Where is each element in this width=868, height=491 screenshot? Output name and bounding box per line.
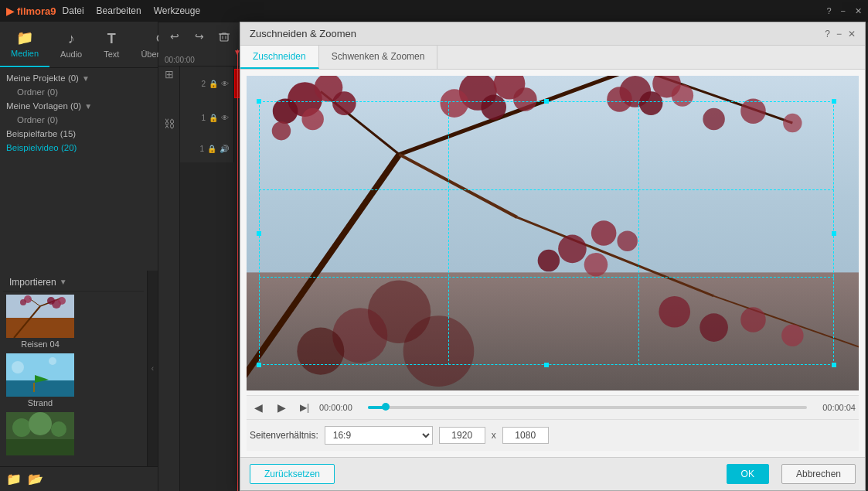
tree-ordner-0[interactable]: Ordner (0) <box>11 85 158 99</box>
minimize-button[interactable]: − <box>841 6 846 16</box>
crop-handle-bottomright[interactable] <box>832 363 836 367</box>
tab-zuschneiden[interactable]: Zuschneiden <box>240 46 319 69</box>
ok-button[interactable]: OK <box>727 464 769 484</box>
tree-beispielvideo[interactable]: Beispielvideo (20) <box>0 141 158 155</box>
thumb-nature-label <box>6 455 74 459</box>
svg-rect-21 <box>220 34 228 41</box>
svg-point-18 <box>12 418 31 437</box>
track-2-eye[interactable]: 👁 <box>221 80 229 88</box>
crop-handle-topright[interactable] <box>832 99 836 104</box>
svg-point-9 <box>20 299 26 305</box>
svg-point-6 <box>58 297 66 305</box>
timeline-playhead[interactable] <box>237 49 238 491</box>
progress-thumb[interactable] <box>382 403 390 411</box>
medien-icon: 📁 <box>16 29 33 46</box>
crop-zoom-dialog: Zuschneiden & Zoomen ? − ✕ Zuschneiden S… <box>240 22 866 491</box>
svg-rect-14 <box>33 383 35 392</box>
track-1-lock[interactable]: 🔒 <box>209 114 218 122</box>
crop-grid-h2 <box>259 277 834 278</box>
thumb-nature-svg <box>6 412 74 455</box>
menu-bearbeiten[interactable]: Bearbeiten <box>97 5 141 16</box>
track-1-eye[interactable]: 👁 <box>221 114 229 122</box>
meine-vorlagen-arrow: ▼ <box>84 102 92 111</box>
track-audio-1-lock[interactable]: 🔒 <box>207 145 216 153</box>
close-button[interactable]: ✕ <box>855 6 862 16</box>
playback-controls: ◀ ▶ ▶| 00:00:00 00:00:04 <box>247 395 859 419</box>
track-audio-1-speaker[interactable]: 🔊 <box>220 145 229 153</box>
text-icon: T <box>107 31 116 47</box>
track-2-label: 2 🔒 👁 <box>180 66 234 101</box>
toolbar-medien[interactable]: 📁 Medien <box>0 22 49 67</box>
import-label: Importieren <box>9 277 56 288</box>
delete-button[interactable] <box>214 26 234 46</box>
help-button[interactable]: ? <box>826 6 831 16</box>
svg-rect-17 <box>6 439 74 455</box>
menu-werkzeuge[interactable]: Werkzeuge <box>154 5 200 16</box>
toolbar-medien-label: Medien <box>11 49 39 58</box>
dialog-tabs: Zuschneiden Schwenken & Zoomen <box>240 46 865 70</box>
import-button[interactable]: Importieren ▼ <box>3 274 144 292</box>
crop-handle-bottommid[interactable] <box>544 363 549 367</box>
time-end: 00:00:04 <box>813 403 856 412</box>
meine-projekte-label: Meine Projekte (0) <box>6 73 79 83</box>
height-input[interactable] <box>502 427 549 444</box>
audio-icon: ♪ <box>68 31 75 47</box>
cancel-button[interactable]: Abbrechen <box>781 464 856 484</box>
redo-button[interactable]: ↪ <box>189 26 209 46</box>
time-current: 00:00:00 <box>319 403 362 412</box>
file-tree: Meine Projekte (0) ▼ Ordner (0) Meine Vo… <box>0 68 158 271</box>
tree-ordner-1[interactable]: Ordner (0) <box>11 113 158 127</box>
progress-bar[interactable] <box>368 406 807 409</box>
toolbar-audio[interactable]: ♪ Audio <box>49 22 93 67</box>
new-folder-button[interactable]: 📁 <box>6 472 22 486</box>
track-2-num: 2 <box>201 80 206 88</box>
link-button[interactable]: ⛓ <box>164 118 175 130</box>
width-input[interactable] <box>439 427 485 444</box>
crop-handle-midright[interactable] <box>832 231 836 236</box>
aspect-ratio-select[interactable]: 16:9 4:3 1:1 9:16 21:9 Benutzerdefiniert <box>325 426 433 445</box>
play-button[interactable]: ▶ <box>273 399 290 416</box>
main-toolbar: 📁 Medien ♪ Audio T Text ⟳ Übergänge <box>0 22 158 68</box>
beispielvideo-label: Beispielvideo (20) <box>6 143 77 152</box>
media-item-nature[interactable] <box>6 412 74 459</box>
undo-button[interactable]: ↩ <box>165 26 185 46</box>
app-logo: ▶ filmora9 <box>6 5 56 17</box>
tab-schwenken[interactable]: Schwenken & Zoomen <box>319 46 438 69</box>
rewind-button[interactable]: ◀ <box>250 399 267 416</box>
toolbar-text-label: Text <box>104 49 119 59</box>
dialog-window-controls: ? − ✕ <box>825 29 856 39</box>
titlebar: ▶ filmora9 Datei Bearbeiten Werkzeuge ? … <box>0 0 868 22</box>
toolbar-audio-label: Audio <box>60 49 82 59</box>
logo-icon: ▶ <box>6 5 14 17</box>
meine-vorlagen-label: Meine Vorlagen (0) <box>6 101 81 111</box>
crop-handle-bottomleft[interactable] <box>257 363 261 367</box>
crop-handle-topmid[interactable] <box>544 99 549 104</box>
thumb-reisen-svg <box>6 295 74 338</box>
tree-beispielfarbe[interactable]: Beispielfarbe (15) <box>0 127 158 141</box>
dialog-minimize-button[interactable]: − <box>836 29 842 39</box>
crop-grid-v1 <box>448 101 449 366</box>
toolbar-text[interactable]: T Text <box>93 22 130 67</box>
crop-handle-midleft[interactable] <box>257 231 261 236</box>
track-1-num: 1 <box>201 114 206 122</box>
tree-meine-projekte[interactable]: Meine Projekte (0) ▼ <box>0 71 158 85</box>
reset-button[interactable]: Zurücksetzen <box>250 464 335 484</box>
dialog-help-button[interactable]: ? <box>825 29 830 39</box>
crop-grid-v2 <box>638 101 639 366</box>
crop-rect[interactable] <box>259 101 834 366</box>
media-item-strand[interactable]: Strand <box>6 353 74 409</box>
delete-folder-button[interactable]: 📂 <box>28 472 43 486</box>
track-2-lock[interactable]: 🔒 <box>209 80 218 88</box>
dialog-close-button[interactable]: ✕ <box>848 29 856 39</box>
track-audio-1-label: 1 🔒 🔊 <box>180 135 234 162</box>
crop-overlay[interactable] <box>247 76 859 390</box>
left-panel: 📁 Medien ♪ Audio T Text ⟳ Übergänge Mein… <box>0 22 158 491</box>
tree-meine-vorlagen[interactable]: Meine Vorlagen (0) ▼ <box>0 99 158 113</box>
media-item-reisen[interactable]: Reisen 04 <box>6 295 74 350</box>
add-track-button[interactable]: ⊞ <box>165 68 174 80</box>
step-forward-button[interactable]: ▶| <box>296 399 313 416</box>
tree-vorlagen-sub: Ordner (0) <box>0 113 158 127</box>
menu-datei[interactable]: Datei <box>63 5 84 16</box>
crop-handle-topleft[interactable] <box>257 99 261 104</box>
panel-collapse-button[interactable]: ‹ <box>147 271 158 467</box>
